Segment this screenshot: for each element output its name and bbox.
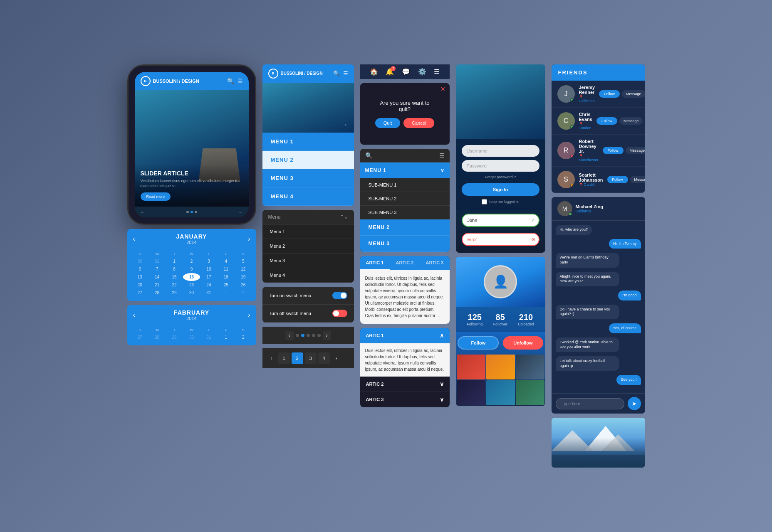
page-last-arrow[interactable]: › [332, 353, 341, 363]
follow-button-scarlett[interactable]: Follow [607, 176, 628, 183]
unfollow-button[interactable]: Unfollow [503, 336, 543, 350]
tab-artic3[interactable]: ARTIC 3 [420, 256, 450, 270]
cal-day[interactable]: 17 [200, 273, 217, 281]
username-input[interactable] [462, 145, 539, 157]
cal-day[interactable]: 14 [148, 273, 166, 281]
next-arrow[interactable]: → [238, 209, 243, 215]
gallery-thumb-1[interactable] [457, 355, 485, 379]
search-icon[interactable]: 🔍 [227, 78, 234, 84]
menu-item-4[interactable]: MENU 4 [262, 187, 354, 206]
cal-day[interactable]: 30 [183, 289, 200, 297]
cal-day[interactable]: 8 [166, 265, 183, 273]
list-icon[interactable]: ☰ [439, 152, 445, 159]
cal-prev[interactable]: ‹ [133, 235, 135, 243]
prev-arrow[interactable]: ← [141, 209, 146, 215]
gallery-thumb-5[interactable] [486, 380, 515, 405]
menu-item-1[interactable]: MENU 1 [262, 133, 354, 151]
chat-icon[interactable]: 💬 [402, 68, 410, 76]
notifications-icon[interactable]: 🔔 7 [386, 68, 394, 76]
dot-1[interactable] [296, 334, 299, 337]
cal-day[interactable]: 4 [218, 257, 235, 265]
cal-day[interactable]: 1 [218, 289, 235, 297]
cal-day[interactable]: 18 [218, 273, 235, 281]
gallery-thumb-4[interactable] [457, 380, 485, 405]
menu-item-3[interactable]: MENU 3 [262, 169, 354, 187]
cal-feb-next[interactable]: › [248, 311, 250, 319]
cal-day[interactable]: 2 [235, 333, 252, 341]
cal-day[interactable]: 30 [131, 257, 148, 265]
menu3[interactable]: MENU 3 [360, 236, 450, 252]
accordion-chevron-icon[interactable]: ⌃⌄ [340, 214, 348, 220]
cal-day[interactable]: 6 [131, 265, 148, 273]
send-button[interactable]: ➤ [628, 397, 641, 410]
cal-day[interactable]: 19 [235, 273, 252, 281]
cal-day[interactable]: 10 [200, 265, 217, 273]
tab-artic2[interactable]: ARTIC 2 [390, 256, 420, 270]
menu2[interactable]: MENU 2 [360, 219, 450, 236]
cal-day[interactable]: 29 [166, 289, 183, 297]
dot-5[interactable] [317, 334, 321, 337]
cal-day[interactable]: 29 [166, 333, 183, 341]
cal-feb-prev[interactable]: ‹ [133, 311, 135, 319]
cal-day[interactable]: 15 [166, 273, 183, 281]
page-prev-btn[interactable]: ‹ [285, 331, 294, 340]
cal-day[interactable]: 13 [131, 273, 148, 281]
submenu2[interactable]: SUB-MENU 2 [360, 192, 450, 206]
page-2[interactable]: 2 [292, 352, 303, 364]
cal-day[interactable]: 1 [166, 257, 183, 265]
menu-icon[interactable]: ☰ [238, 78, 243, 84]
cal-day[interactable]: 12 [235, 265, 252, 273]
page-next-btn[interactable]: › [323, 331, 331, 340]
toggle-off[interactable] [332, 310, 347, 317]
message-button-robert[interactable]: Message [626, 147, 645, 154]
settings-icon[interactable]: ⚙️ [418, 68, 426, 76]
cal-day[interactable]: 31 [148, 257, 166, 265]
password-input[interactable] [462, 160, 539, 172]
toggle-on[interactable] [332, 292, 347, 299]
page-3[interactable]: 3 [305, 352, 317, 364]
accordion-item-1[interactable]: Menu 1 [262, 224, 354, 239]
message-button-jeremy[interactable]: Message [622, 90, 645, 98]
gallery-thumb-3[interactable] [516, 355, 544, 379]
artic-row-2[interactable]: ARTIC 2 ∨ [360, 377, 450, 392]
valid-input[interactable] [462, 214, 539, 227]
page-4[interactable]: 4 [318, 352, 330, 364]
cal-day[interactable]: 5 [235, 257, 252, 265]
cal-day[interactable]: 20 [131, 281, 148, 289]
cal-day[interactable]: 27 [131, 289, 148, 297]
cal-day[interactable]: 3 [200, 257, 217, 265]
follow-button[interactable]: Follow [458, 336, 499, 350]
cal-day[interactable]: 24 [200, 281, 217, 289]
dot-3[interactable] [307, 334, 310, 337]
cal-day[interactable]: 9 [183, 265, 200, 273]
cal-day[interactable]: 21 [148, 281, 166, 289]
cal-day[interactable]: 27 [131, 333, 148, 341]
artic-row-3[interactable]: ARTIC 3 ∨ [360, 392, 450, 407]
cal-day[interactable]: 31 [200, 333, 217, 341]
list-icon[interactable]: ☰ [434, 68, 440, 76]
accordion-item-2[interactable]: Menu 2 [262, 239, 354, 254]
cal-day[interactable]: 1 [218, 333, 235, 341]
sign-in-button[interactable]: Sign In [462, 183, 539, 196]
cal-day[interactable]: 23 [183, 281, 200, 289]
error-input[interactable] [462, 233, 539, 246]
dot-4[interactable] [312, 334, 315, 337]
list-icon[interactable]: ☰ [343, 70, 348, 76]
cancel-button[interactable]: Cancel [403, 118, 434, 128]
search-icon[interactable]: 🔍 [365, 152, 372, 159]
forget-password-link[interactable]: Forget password ? [462, 175, 539, 179]
cal-day[interactable]: 26 [235, 281, 252, 289]
page-1[interactable]: 1 [278, 352, 290, 364]
read-more-button[interactable]: Read more [141, 192, 171, 201]
submenu3[interactable]: SUB-MENU 3 [360, 206, 450, 219]
cal-day[interactable]: 28 [148, 289, 166, 297]
cal-day[interactable]: 28 [148, 333, 166, 341]
tab-artic1[interactable]: ARTIC 1 [360, 256, 390, 270]
message-button-scarlett[interactable]: Message [630, 176, 645, 183]
gallery-thumb-6[interactable] [516, 380, 544, 405]
gallery-thumb-2[interactable] [486, 355, 515, 379]
chat-input[interactable] [556, 398, 624, 409]
follow-button-chris[interactable]: Follow [596, 117, 617, 125]
dot-2[interactable] [301, 334, 304, 337]
home-icon[interactable]: 🏠 [370, 68, 378, 76]
